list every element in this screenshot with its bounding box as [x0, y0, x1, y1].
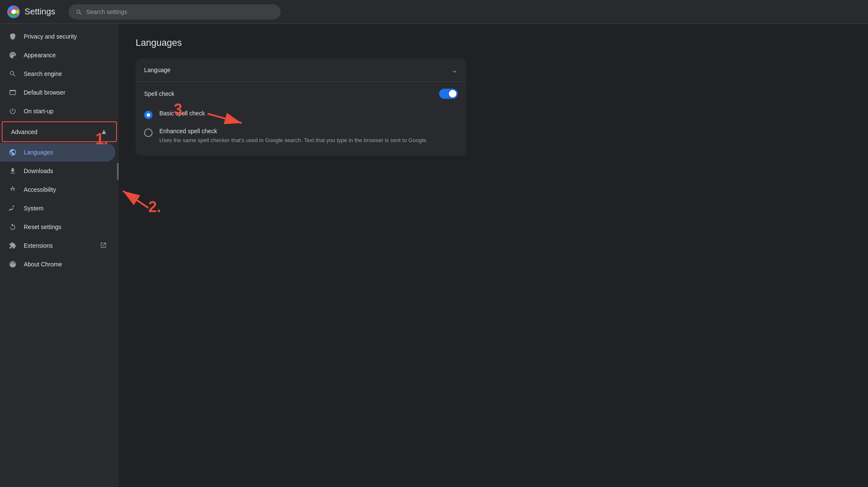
sidebar-item-label: System [24, 205, 44, 212]
search-engine-icon [8, 70, 17, 78]
svg-point-2 [11, 10, 16, 14]
browser-icon [8, 88, 17, 97]
sidebar-item-about[interactable]: About Chrome [0, 255, 115, 274]
advanced-section-label: Advanced [11, 129, 37, 135]
enhanced-spell-check-option[interactable]: Enhanced spell check Uses the same spell… [144, 123, 458, 149]
basic-spell-check-label: Basic spell check [159, 110, 205, 117]
svg-point-3 [12, 187, 14, 188]
search-input[interactable] [86, 8, 274, 15]
sidebar-item-accessibility[interactable]: Accessibility [0, 180, 115, 199]
basic-spell-check-text: Basic spell check [159, 110, 205, 118]
sidebar-item-downloads[interactable]: Downloads [0, 162, 115, 180]
chevron-up-icon: ▲ [100, 127, 108, 136]
app-header: Settings [0, 0, 868, 24]
sidebar: Privacy and security Appearance Search e… [0, 24, 119, 487]
sidebar-item-label: Search engine [24, 70, 62, 77]
svg-point-4 [12, 263, 14, 266]
sidebar-item-label: Extensions [24, 242, 93, 249]
main-layout: Privacy and security Appearance Search e… [0, 24, 868, 487]
settings-card: Language ⌄ Spell check Basic spell check [136, 59, 466, 156]
main-content: Languages Language ⌄ Spell check Basic s… [119, 24, 868, 487]
sidebar-item-startup[interactable]: On start-up [0, 102, 115, 120]
spell-check-label: Spell check [144, 90, 175, 97]
search-bar[interactable] [69, 4, 281, 20]
sidebar-item-label: On start-up [24, 108, 53, 115]
sidebar-item-label: Languages [24, 149, 53, 156]
sidebar-item-label: About Chrome [24, 261, 62, 268]
advanced-section-header[interactable]: Advanced ▲ [2, 121, 117, 142]
sidebar-item-languages[interactable]: Languages [0, 143, 115, 162]
scrollbar-thumb[interactable] [117, 163, 119, 180]
sidebar-item-reset[interactable]: Reset settings [0, 218, 115, 236]
sidebar-item-appearance[interactable]: Appearance [0, 46, 115, 64]
basic-spell-check-option[interactable]: Basic spell check [144, 106, 458, 123]
search-icon [75, 8, 82, 15]
logo-container: Settings [7, 5, 55, 19]
enhanced-spell-check-desc: Uses the same spell checker that's used … [159, 136, 428, 145]
sidebar-item-default-browser[interactable]: Default browser [0, 83, 115, 102]
enhanced-spell-check-radio[interactable] [144, 129, 153, 137]
globe-icon [8, 148, 17, 157]
language-row[interactable]: Language ⌄ [136, 59, 466, 82]
spell-check-section: Spell check Basic spell check Enhanced s… [136, 82, 466, 156]
reset-icon [8, 223, 17, 231]
spell-check-toggle[interactable] [439, 89, 458, 99]
sidebar-item-label: Default browser [24, 89, 65, 96]
language-label: Language [144, 67, 170, 73]
basic-spell-check-radio[interactable] [144, 111, 153, 119]
sidebar-item-label: Accessibility [24, 186, 56, 193]
download-icon [8, 167, 17, 175]
app-title: Settings [25, 7, 55, 17]
spell-check-header: Spell check [144, 89, 458, 99]
accessibility-icon [8, 185, 17, 194]
power-icon [8, 107, 17, 115]
enhanced-spell-check-label: Enhanced spell check [159, 128, 428, 134]
sidebar-item-label: Privacy and security [24, 33, 77, 40]
sidebar-item-extensions[interactable]: Extensions [0, 236, 115, 255]
chevron-down-icon: ⌄ [451, 65, 458, 75]
external-link-icon [100, 242, 107, 250]
sidebar-item-system[interactable]: System [0, 199, 115, 218]
shield-icon [8, 32, 17, 41]
sidebar-item-search[interactable]: Search engine [0, 64, 115, 83]
sidebar-item-label: Appearance [24, 52, 56, 59]
sidebar-item-label: Downloads [24, 168, 53, 174]
sidebar-item-label: Reset settings [24, 224, 61, 230]
page-title: Languages [136, 37, 851, 48]
chrome-logo-icon [7, 5, 20, 19]
palette-icon [8, 51, 17, 59]
sidebar-item-privacy[interactable]: Privacy and security [0, 27, 115, 46]
enhanced-spell-check-text: Enhanced spell check Uses the same spell… [159, 128, 428, 145]
chrome-icon [8, 260, 17, 269]
wrench-icon [8, 204, 17, 213]
puzzle-icon [8, 241, 17, 250]
